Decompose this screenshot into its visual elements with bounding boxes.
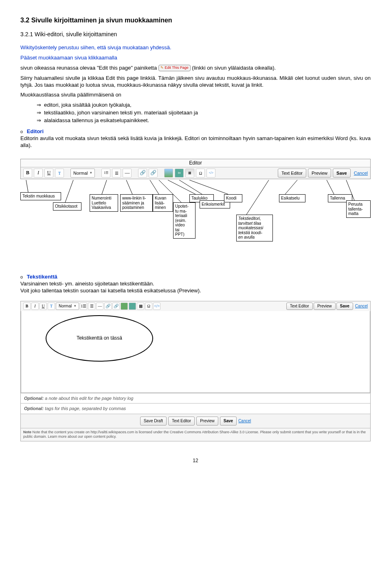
heading-select[interactable]: Normal▾ (56, 303, 79, 310)
hr-button[interactable]: — (123, 169, 132, 178)
preview-button[interactable]: Preview (314, 303, 336, 310)
toolbar-callout-diagram: Tekstin muokkaus Otsikkotasot Numerointi… (20, 180, 371, 261)
intro-p2c: (linkki on sivun ylälaidasta oikealla). (192, 65, 276, 71)
underline-button[interactable]: U (44, 169, 53, 178)
intro-p1: Wikityöskentely perustuu siihen, että si… (20, 44, 371, 51)
save-button[interactable]: Save (336, 303, 353, 310)
text-editor-button[interactable]: Text Editor (286, 303, 313, 310)
italic-button[interactable]: I (31, 303, 39, 310)
tekstikentta-title: Tekstikenttä (27, 274, 57, 280)
svg-line-8 (189, 180, 228, 194)
pencil-icon: ✎ (160, 66, 164, 70)
svg-line-11 (327, 180, 334, 194)
image-button[interactable] (121, 303, 128, 310)
link-button[interactable]: 🔗 (138, 169, 147, 178)
toolbar-row: B I U T Normal ▾ 1☰ ☰ — 🔗 🔗 tv ▦ Ω </> T… (21, 167, 370, 179)
svg-line-10 (285, 180, 297, 194)
arrow-icon: ⇒ (37, 117, 44, 124)
special-char-button[interactable]: Ω (145, 303, 152, 310)
save-draft-button[interactable]: Save Draft (140, 417, 167, 426)
cancel-link[interactable]: Cancel (238, 418, 251, 423)
unordered-list-button[interactable]: ☰ (88, 303, 95, 310)
embed-button[interactable]: tv (175, 169, 184, 178)
label-upotettu: Upotet- tu ma- teriaali (esim. video tai… (173, 202, 196, 239)
svg-line-1 (65, 180, 73, 202)
edit-area-screenshot: B I U T Normal▾ 1☰ ☰ — 🔗 🔗 ▦ Ω </> Text … (20, 301, 371, 441)
underline-button[interactable]: U (40, 303, 47, 310)
intro-p2b: sivun oikeassa reunassa olevaa "Edit thi… (20, 65, 158, 71)
editori-text: Editorin avulla voit muokata sivun tekst… (20, 135, 371, 148)
cancel-link[interactable]: Cancel (355, 303, 368, 309)
arrow-icon: ⇒ (37, 102, 44, 109)
code-button[interactable]: </> (153, 303, 160, 310)
tekstikentta-p2: Voit joko tallentaa tekstin suoraan tai … (20, 287, 201, 294)
edit-this-page-button[interactable]: ✎ Edit This Page (158, 65, 191, 71)
bold-button[interactable]: B (23, 169, 32, 178)
svg-line-4 (150, 180, 159, 194)
ordered-list-button[interactable]: 1☰ (80, 303, 87, 310)
code-button[interactable]: </> (206, 169, 215, 178)
heading-select[interactable]: Normal ▾ (70, 169, 95, 178)
ordered-list-button[interactable]: 1☰ (101, 169, 110, 178)
label-numerointi: Numerointi Luettelo Vaakaviiva (90, 194, 118, 212)
svg-line-3 (126, 180, 132, 194)
preview-button[interactable]: Preview (308, 169, 331, 178)
bottom-button-row: Save Draft Text Editor Preview Save Canc… (21, 414, 370, 428)
bold-button[interactable]: B (23, 303, 31, 310)
intro-p2a: Pääset muokkaamaan sivua klikkaamalla (20, 55, 371, 61)
license-note: Note Note that the content you create on… (21, 428, 370, 441)
special-char-button[interactable]: Ω (196, 169, 205, 178)
unlink-button[interactable]: 🔗 (112, 303, 120, 310)
intro-p3: Siirry haluamallesi sivulle ja klikkaa E… (20, 75, 371, 89)
table-button[interactable]: ▦ (137, 303, 144, 310)
label-koodi: Koodi (224, 194, 242, 202)
arrow-icon: ⇒ (37, 110, 44, 116)
save-button[interactable]: Save (333, 169, 351, 178)
section-heading: 3.2 Sivulle kirjoittaminen ja sivun muok… (20, 16, 371, 25)
preview-button[interactable]: Preview (196, 417, 218, 426)
oval-annotation: Tekstikenttä on tässä (46, 315, 153, 362)
label-tekstin-muokkaus: Tekstin muokkaus (20, 192, 61, 200)
page-number: 12 (20, 458, 371, 464)
editori-title: Editori (27, 128, 44, 134)
hr-button[interactable]: — (96, 303, 103, 310)
label-www-link: www-linkin li- sääminen ja poistaminen (120, 194, 153, 212)
unordered-list-button[interactable]: ☰ (112, 169, 121, 178)
label-peruuta: Peruuta tallenta- matta (346, 200, 371, 218)
intro-p2-line: sivun oikeassa reunassa olevaa "Edit thi… (20, 65, 371, 72)
label-kuvan: Kuvan lisää- minen (153, 194, 173, 212)
embed-button[interactable] (129, 303, 136, 310)
unlink-button[interactable]: 🔗 (149, 169, 158, 178)
image-button[interactable] (164, 169, 173, 178)
text-edit-area[interactable]: Tekstikenttä on tässä (21, 311, 370, 393)
tekstikentta-block: o Tekstikenttä Varsinainen teksti- ym. a… (20, 274, 371, 294)
label-esikatselu: Esikatselu (279, 194, 305, 202)
svg-line-9 (246, 180, 269, 215)
editori-block: o Editori Editorin avulla voit muokata s… (20, 128, 371, 149)
intro-p4: Muokkaustilassa sivulla päällimmäisenä o… (20, 92, 371, 99)
chevron-down-icon: ▾ (74, 304, 76, 309)
label-otsikkotasot: Otsikkotasot (53, 202, 81, 211)
italic-button[interactable]: I (34, 169, 43, 178)
text-color-button[interactable]: T (55, 169, 64, 178)
editor-title-label: Editor (21, 159, 370, 168)
label-tekstieditori: Tekstieditori, tarvitset tilaa muokatess… (236, 215, 273, 241)
optional-note-field[interactable]: Optional: a note about this edit for the… (21, 393, 370, 403)
svg-line-2 (102, 180, 107, 194)
cancel-link[interactable]: Cancel (354, 170, 368, 176)
editor-toolbar-figure: Editor B I U T Normal ▾ 1☰ ☰ — 🔗 🔗 tv ▦ … (20, 159, 371, 180)
link-button[interactable]: 🔗 (104, 303, 112, 310)
toolbar-row-2: B I U T Normal▾ 1☰ ☰ — 🔗 🔗 ▦ Ω </> Text … (21, 301, 370, 311)
subsection-heading: 3.2.1 Wiki-editori, sivulle kirjoittamin… (20, 31, 371, 38)
tekstikentta-p1: Varsinainen teksti- ym. aineisto sijoite… (20, 281, 154, 287)
table-button[interactable]: ▦ (185, 169, 194, 178)
text-color-button[interactable]: T (48, 303, 55, 310)
intro-list: ⇒editori, joka sisältää joukon työkaluja… (37, 102, 371, 124)
svg-line-6 (168, 180, 196, 194)
save-button[interactable]: Save (220, 417, 237, 426)
text-editor-button[interactable]: Text Editor (278, 169, 306, 178)
chevron-down-icon: ▾ (90, 171, 92, 176)
optional-tags-field[interactable]: Optional: tags for this page, separated … (21, 403, 370, 413)
text-editor-button[interactable]: Text Editor (168, 417, 195, 426)
